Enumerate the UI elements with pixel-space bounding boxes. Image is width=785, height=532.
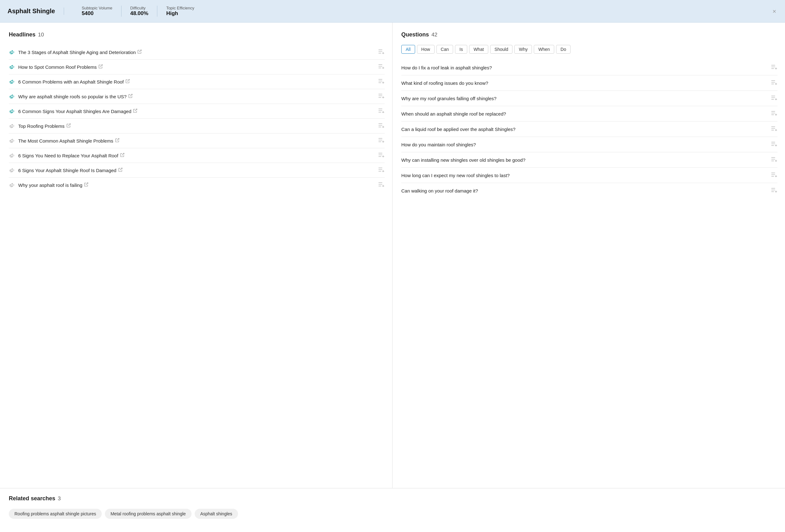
close-button[interactable]: × <box>770 7 779 16</box>
headline-item: 6 Signs Your Asphalt Shingle Roof Is Dam… <box>9 163 385 178</box>
question-item: Why can installing new shingles over old… <box>401 152 778 168</box>
external-link-icon[interactable] <box>99 65 103 69</box>
question-filter-tab-all[interactable]: All <box>401 45 415 54</box>
question-text: When should an asphalt shingle roof be r… <box>401 111 768 117</box>
question-filter-tab-why[interactable]: Why <box>514 45 532 54</box>
svg-line-54 <box>86 183 88 185</box>
question-text: How long can I expect my new roof shingl… <box>401 173 768 178</box>
add-to-list-icon[interactable] <box>378 152 385 159</box>
svg-line-0 <box>140 50 142 52</box>
question-text: Can a liquid roof be applied over the as… <box>401 127 768 132</box>
subtopic-volume-stat: Subtopic Volume 5400 <box>73 6 122 17</box>
headlines-list: The 3 Stages of Asphalt Shingle Aging an… <box>9 45 385 192</box>
question-item: What kind of roofing issues do you know? <box>401 75 778 91</box>
related-search-tag[interactable]: Metal roofing problems asphalt shingle <box>105 509 192 519</box>
headline-text: Why your asphalt roof is failing <box>18 182 375 188</box>
add-to-list-icon[interactable] <box>378 167 385 173</box>
question-text: What kind of roofing issues do you know? <box>401 80 768 86</box>
add-question-icon[interactable] <box>771 126 778 132</box>
svg-line-6 <box>100 65 103 67</box>
related-tags-container: Roofing problems asphalt shingle picture… <box>9 509 776 519</box>
difficulty-value: 48.00% <box>130 10 149 17</box>
question-text: Why can installing new shingles over old… <box>401 157 768 163</box>
subtopic-volume-value: 5400 <box>82 10 112 17</box>
related-search-tag[interactable]: Roofing problems asphalt shingle picture… <box>9 509 102 519</box>
headline-item: How to Spot Common Roof Problems <box>9 60 385 74</box>
topic-efficiency-stat: Topic Efficiency High <box>157 6 203 17</box>
question-item: Can walking on your roof damage it? <box>401 183 778 198</box>
related-searches-section: Related searches 3 Roofing problems asph… <box>0 488 785 526</box>
add-to-list-icon[interactable] <box>378 137 385 144</box>
headlines-section-header: Headlines 10 <box>9 31 385 38</box>
related-searches-header: Related searches 3 <box>9 495 776 502</box>
question-item: When should an asphalt shingle roof be r… <box>401 106 778 122</box>
add-question-icon[interactable] <box>771 80 778 86</box>
questions-list: How do I fix a roof leak in asphalt shin… <box>401 60 778 198</box>
add-to-list-icon[interactable] <box>378 78 385 85</box>
svg-line-12 <box>127 79 130 81</box>
megaphone-icon <box>9 78 15 85</box>
add-to-list-icon[interactable] <box>378 182 385 188</box>
header: Asphalt Shingle Subtopic Volume 5400 Dif… <box>0 0 785 23</box>
add-to-list-icon[interactable] <box>378 108 385 114</box>
add-to-list-icon[interactable] <box>378 64 385 70</box>
headline-text: 6 Common Signs Your Asphalt Shingles Are… <box>18 109 375 114</box>
megaphone-icon <box>9 49 15 55</box>
questions-count: 42 <box>431 32 437 38</box>
add-to-list-icon[interactable] <box>378 49 385 55</box>
question-item: Why are my roof granules falling off shi… <box>401 91 778 106</box>
external-link-icon[interactable] <box>137 50 142 55</box>
svg-line-42 <box>122 153 124 155</box>
topic-efficiency-value: High <box>166 10 194 17</box>
question-filter-tab-when[interactable]: When <box>534 45 554 54</box>
add-to-list-icon[interactable] <box>378 123 385 129</box>
questions-panel: Questions 42 AllHowCanIsWhatShouldWhyWhe… <box>392 23 785 488</box>
add-question-icon[interactable] <box>771 95 778 101</box>
question-filter-tab-what[interactable]: What <box>469 45 488 54</box>
external-link-icon[interactable] <box>84 182 88 187</box>
headline-item: The Most Common Asphalt Shingle Problems <box>9 133 385 148</box>
megaphone-icon <box>9 137 15 144</box>
question-filter-tab-can[interactable]: Can <box>436 45 453 54</box>
headline-item: Top Roofing Problems <box>9 119 385 133</box>
difficulty-label: Difficulty <box>130 6 149 10</box>
external-link-icon[interactable] <box>133 109 137 114</box>
add-question-icon[interactable] <box>771 65 778 71</box>
megaphone-icon <box>9 167 15 173</box>
headline-item: Why your asphalt roof is failing <box>9 178 385 192</box>
add-question-icon[interactable] <box>771 141 778 148</box>
svg-line-48 <box>120 168 122 170</box>
external-link-icon[interactable] <box>120 153 124 158</box>
external-link-icon[interactable] <box>115 138 119 143</box>
headline-item: 6 Signs You Need to Replace Your Asphalt… <box>9 148 385 163</box>
difficulty-stat: Difficulty 48.00% <box>122 6 158 17</box>
question-filter-tab-do[interactable]: Do <box>556 45 571 54</box>
headline-item: The 3 Stages of Asphalt Shingle Aging an… <box>9 45 385 60</box>
question-text: Why are my roof granules falling off shi… <box>401 96 768 101</box>
add-question-icon[interactable] <box>771 187 778 194</box>
question-text: How do I fix a roof leak in asphalt shin… <box>401 65 768 70</box>
question-filter-tab-should[interactable]: Should <box>490 45 513 54</box>
add-to-list-icon[interactable] <box>378 93 385 100</box>
external-link-icon[interactable] <box>126 79 130 84</box>
add-question-icon[interactable] <box>771 110 778 117</box>
external-link-icon[interactable] <box>118 168 123 173</box>
megaphone-icon <box>9 108 15 114</box>
headline-item: Why are asphalt shingle roofs so popular… <box>9 89 385 104</box>
questions-section-header: Questions 42 <box>401 31 778 38</box>
headlines-count: 10 <box>38 32 44 38</box>
add-question-icon[interactable] <box>771 172 778 178</box>
megaphone-icon <box>9 123 15 129</box>
question-item: How do you maintain roof shingles? <box>401 137 778 152</box>
external-link-icon[interactable] <box>67 123 71 128</box>
add-question-icon[interactable] <box>771 157 778 163</box>
panels-row: Headlines 10 The 3 Stages of Asphalt Shi… <box>0 23 785 488</box>
headline-text: 6 Common Problems with an Asphalt Shingl… <box>18 79 375 84</box>
headline-text: Top Roofing Problems <box>18 123 375 129</box>
question-filter-tab-is[interactable]: Is <box>455 45 467 54</box>
related-search-tag[interactable]: Asphalt shingles <box>195 509 238 519</box>
svg-line-30 <box>68 124 70 126</box>
related-searches-count: 3 <box>58 496 60 502</box>
question-filter-tab-how[interactable]: How <box>417 45 435 54</box>
external-link-icon[interactable] <box>128 94 132 99</box>
